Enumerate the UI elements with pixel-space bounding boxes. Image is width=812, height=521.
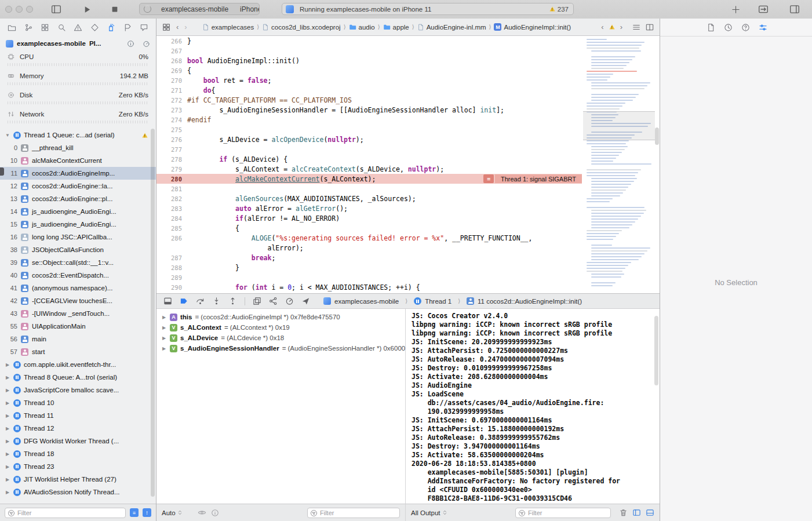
code-line[interactable]: 287 break; [156, 253, 582, 263]
breadcrumb-item[interactable]: cocos2d_libs.xcodeproj [262, 24, 341, 31]
variables-filter-input[interactable] [308, 509, 399, 516]
disclosure-triangle-icon[interactable]: ▶ [5, 413, 10, 418]
show-console-view-icon[interactable] [646, 508, 654, 517]
navigator-tab-issues[interactable] [74, 23, 82, 32]
variables-filter-field[interactable] [307, 508, 400, 518]
navigator-scrollbar[interactable] [151, 129, 155, 497]
stack-frame-row[interactable]: 39se::Object::call(std::__1::v... [0, 256, 156, 269]
scheme-name[interactable]: examplecases-mobile [155, 5, 234, 13]
memory-graph-icon[interactable] [269, 297, 278, 305]
stack-frame-row[interactable]: 13cocos2d::AudioEngine::pl... [0, 192, 156, 205]
disclosure-triangle-icon[interactable]: ▶ [161, 346, 167, 351]
stack-frame-row[interactable]: 56main [0, 333, 156, 345]
code-line[interactable]: 272#if CC_TARGET_PLATFORM == CC_PLATFORM… [156, 95, 582, 105]
debug-crumb-frame[interactable]: 11 cocos2d::AudioEngineImpl::init() [478, 298, 582, 305]
editor-scrollbar[interactable] [655, 127, 659, 145]
navigator-tab-breakpoints[interactable] [123, 23, 132, 32]
code-line[interactable]: 267 [156, 46, 582, 56]
inspector-tab-file[interactable] [707, 23, 715, 32]
breakpoints-toggle-icon[interactable] [180, 297, 188, 305]
process-row[interactable]: examplecases-mobile PI... [0, 37, 156, 50]
code-line[interactable]: 286 ALOGE("%s:generating sources failed!… [156, 233, 582, 243]
code-line[interactable]: 284 if(alError != AL_NO_ERROR) [156, 213, 582, 223]
inspector-tab-quick-help[interactable] [759, 23, 767, 32]
breadcrumb-item[interactable]: audio [349, 23, 375, 31]
stack-frame-row[interactable]: 38JSObjectCallAsFunction [0, 243, 156, 256]
stack-frame-row[interactable]: 43-[UIWindow _sendTouch... [0, 307, 156, 320]
stack-frame-row[interactable]: 14js_audioengine_AudioEngi... [0, 205, 156, 218]
disclosure-triangle-icon[interactable]: ▶ [5, 388, 10, 393]
code-line[interactable]: 281 [156, 184, 582, 194]
code-area[interactable]: 266}267268bool AudioEngineImpl::init()26… [156, 36, 582, 293]
zoom-window-button[interactable] [26, 6, 33, 13]
code-line[interactable]: 268bool AudioEngineImpl::init() [156, 56, 582, 65]
warning-icon[interactable] [549, 6, 555, 11]
debug-crumb-thread[interactable]: Thread 1 [425, 298, 451, 305]
variables-scope-popup[interactable]: Auto [162, 509, 183, 516]
minimize-window-button[interactable] [16, 6, 23, 13]
step-out-icon[interactable] [228, 297, 237, 305]
thread-row[interactable]: ▶JIT Worklist Helper Thread (27) [0, 473, 156, 486]
stack-frame-row[interactable]: 57start [0, 345, 156, 358]
stack-frame-row[interactable]: 0__pthread_kill [0, 141, 156, 154]
crash-annotation[interactable]: ≡Thread 1: signal SIGABRT [483, 174, 582, 183]
clear-console-icon[interactable] [619, 508, 628, 517]
line-number[interactable]: 266 [156, 38, 187, 45]
thread-row[interactable]: ▶com.apple.uikit.eventfetch-thr... [0, 358, 156, 371]
thread-row[interactable]: ▶JavaScriptCore bmalloc scave... [0, 384, 156, 396]
line-number[interactable]: 282 [156, 195, 187, 202]
disclosure-triangle-icon[interactable]: ▶ [5, 400, 10, 406]
line-number[interactable]: 287 [156, 254, 187, 261]
line-number[interactable]: 267 [156, 48, 187, 54]
line-number[interactable]: 288 [156, 264, 187, 271]
stack-frame-row[interactable]: 42-[CCEAGLView touchesE... [0, 294, 156, 307]
stack-frame-row[interactable]: 12cocos2d::AudioEngine::la... [0, 180, 156, 192]
navigator-tab-find[interactable] [57, 23, 66, 32]
stack-frame-row[interactable]: 55UIApplicationMain [0, 320, 156, 333]
line-number[interactable]: 283 [156, 205, 187, 212]
stack-frame-row[interactable]: 11cocos2d::AudioEngineImp... [0, 167, 156, 180]
code-line[interactable]: 277 [156, 144, 582, 154]
code-line[interactable]: 270 bool ret = false; [156, 75, 582, 85]
quicklook-icon[interactable] [198, 508, 206, 517]
line-number[interactable]: 276 [156, 136, 187, 143]
disclosure-triangle-icon[interactable]: ▶ [5, 362, 10, 367]
disclosure-triangle-icon[interactable]: ▼ [5, 133, 10, 138]
code-line[interactable]: 271 do{ [156, 85, 582, 95]
line-number[interactable]: 278 [156, 156, 187, 163]
code-line[interactable]: alError); [156, 243, 582, 253]
line-number[interactable]: 275 [156, 126, 187, 133]
step-over-icon[interactable] [196, 297, 205, 305]
variable-row[interactable]: ▶Vs_AudioEngineSessionHandler= (AudioEng… [156, 343, 405, 354]
line-number[interactable]: 277 [156, 146, 187, 153]
info-icon[interactable] [127, 40, 134, 48]
add-editor-icon[interactable] [730, 4, 741, 14]
inspector-tab-history[interactable] [724, 23, 733, 32]
thread-row[interactable]: ▶Thread 18 [0, 447, 156, 460]
line-number[interactable]: 270 [156, 77, 187, 84]
stop-button[interactable] [110, 4, 120, 14]
gauge-icon[interactable] [143, 40, 150, 48]
navigator-tab-source-control[interactable] [24, 23, 33, 32]
navigator-filter-input[interactable] [5, 509, 125, 516]
line-number[interactable]: 269 [156, 67, 187, 74]
activity-viewer[interactable]: Running examplecases-mobile on iPhone 11… [282, 3, 574, 15]
run-destination[interactable]: iPhone 11 [234, 5, 260, 13]
environment-overrides-icon[interactable] [285, 297, 294, 305]
variable-row[interactable]: ▶Athis= (cocos2d::AudioEngineImpl *) 0x7… [156, 312, 405, 322]
line-number[interactable]: 285 [156, 225, 187, 232]
hide-debug-area-icon[interactable] [163, 297, 172, 305]
filter-debugged-toggle[interactable]: ≡ [130, 508, 139, 517]
disclosure-triangle-icon[interactable]: ▶ [5, 464, 10, 469]
code-line[interactable]: 274#endif [156, 115, 582, 125]
gauge-disk[interactable]: DiskZero KB/s [0, 89, 156, 108]
breadcrumb-item[interactable]: MAudioEngineImpl::init() [494, 23, 571, 31]
code-line[interactable]: 276 s_ALDevice = alcOpenDevice(nullptr); [156, 134, 582, 144]
thread-row[interactable]: ▶Thread 8 Queue: A...trol (serial) [0, 371, 156, 384]
code-line[interactable]: 288 } [156, 263, 582, 272]
code-line[interactable]: 290 for (int i = 0; i < MAX_AUDIOINSTANC… [156, 282, 582, 292]
disclosure-triangle-icon[interactable]: ▶ [161, 315, 167, 320]
code-line[interactable]: 279 s_ALContext = alcCreateContext(s_ALD… [156, 164, 582, 174]
console-filter-input[interactable] [516, 509, 610, 516]
navigator-filter-field[interactable] [5, 508, 126, 518]
